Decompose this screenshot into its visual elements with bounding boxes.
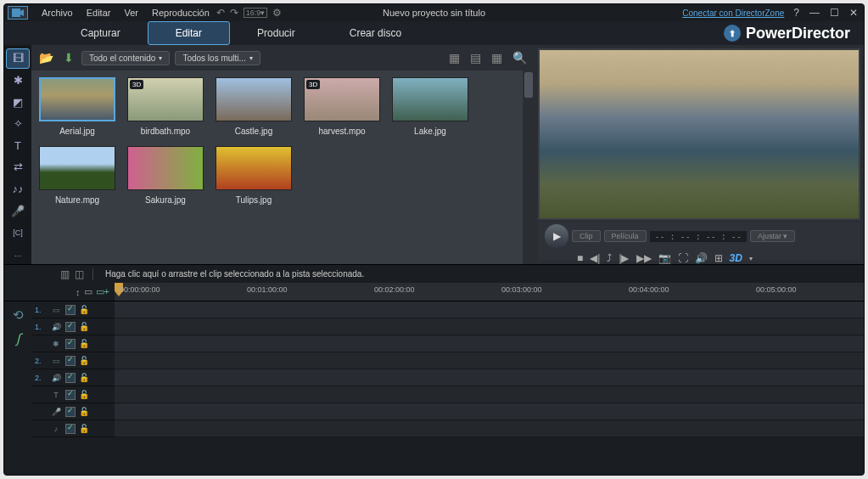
track-lane-1[interactable]: [115, 318, 864, 335]
aspect-icon[interactable]: 16:9▾: [244, 8, 268, 18]
maximize-icon[interactable]: ☐: [827, 7, 842, 19]
thumbnail-0[interactable]: Aerial.jpg: [38, 77, 116, 136]
menu-ver[interactable]: Ver: [117, 8, 145, 18]
fit-dropdown[interactable]: Ajustar ▾: [750, 230, 796, 242]
track-lane-5[interactable]: [115, 386, 864, 403]
redo-icon[interactable]: ↷: [230, 7, 238, 19]
particle-room-icon[interactable]: ✧: [6, 114, 30, 134]
media-filter-dropdown[interactable]: Todos los multi...: [175, 51, 260, 65]
library-search-icon[interactable]: 🔍: [510, 51, 529, 65]
track-header-7[interactable]: ♪🔓: [31, 420, 115, 437]
library-scrollbar[interactable]: [523, 70, 535, 264]
library-view1-icon[interactable]: ▦: [446, 51, 462, 65]
thumbnail-5[interactable]: Nature.mpg: [38, 146, 116, 205]
chapter-room-icon[interactable]: [C]: [6, 223, 30, 243]
track-enable-checkbox[interactable]: [65, 424, 76, 434]
play-button[interactable]: ▶: [545, 224, 568, 248]
track-enable-checkbox[interactable]: [65, 356, 76, 366]
track-enable-checkbox[interactable]: [65, 373, 76, 383]
timeline-ruler[interactable]: ↕ ▭ ▭+ 00:00:00:0000:01:00:0000:02:00:00…: [4, 283, 864, 301]
thumbnail-1[interactable]: 3Dbirdbath.mpo: [126, 77, 204, 136]
add-track-icon[interactable]: ▭+: [96, 286, 109, 297]
tool2-icon[interactable]: ◫: [75, 268, 84, 280]
prev-frame-icon[interactable]: ◀|: [590, 252, 600, 264]
import-folder-icon[interactable]: 📂: [36, 51, 56, 65]
tab-capturar[interactable]: Capturar: [53, 21, 148, 45]
snapshot-icon[interactable]: 📷: [658, 252, 671, 264]
fast-fwd-icon[interactable]: ▶▶: [636, 252, 652, 264]
menu-editar[interactable]: Editar: [80, 8, 118, 18]
track-lock-icon[interactable]: 🔓: [79, 322, 89, 331]
track-lane-7[interactable]: [115, 420, 864, 437]
3d-icon[interactable]: 3D: [730, 252, 742, 264]
track-lock-icon[interactable]: 🔓: [79, 424, 89, 433]
tab-crear-disco[interactable]: Crear disco: [322, 21, 428, 45]
download-icon[interactable]: ⬇: [61, 51, 76, 65]
thumbnail-4[interactable]: Lake.jpg: [391, 77, 469, 136]
menu-reproduccion[interactable]: Reproducción: [145, 8, 216, 18]
stop-icon[interactable]: ■: [577, 252, 583, 264]
title-room-icon[interactable]: T: [6, 136, 30, 156]
track-enable-checkbox[interactable]: [65, 305, 76, 315]
thumbnail-7[interactable]: Tulips.jpg: [215, 146, 293, 205]
track-lock-icon[interactable]: 🔓: [79, 339, 89, 348]
movie-mode-button[interactable]: Película: [604, 230, 647, 242]
media-room-icon[interactable]: 🎞: [6, 48, 30, 69]
help-icon[interactable]: ?: [791, 7, 802, 19]
track-header-0[interactable]: 1.▭🔓: [31, 301, 115, 318]
undo-icon[interactable]: ↶: [216, 7, 225, 19]
timeline-tool2-icon[interactable]: ʃ: [8, 329, 28, 349]
minimize-icon[interactable]: —: [807, 7, 822, 19]
close-icon[interactable]: ✕: [847, 7, 860, 19]
pip-room-icon[interactable]: ◩: [6, 92, 30, 112]
gear-icon[interactable]: ⚙: [272, 7, 282, 19]
track-enable-checkbox[interactable]: [65, 322, 76, 332]
preview-screen[interactable]: [538, 48, 860, 220]
track-lanes[interactable]: [115, 301, 864, 475]
tab-editar[interactable]: Editar: [148, 21, 230, 45]
track-enable-checkbox[interactable]: [65, 339, 76, 349]
fx-room-icon[interactable]: ✱: [6, 70, 30, 91]
audio-room-icon[interactable]: ♪♪: [6, 179, 30, 200]
track-header-6[interactable]: 🎤🔓: [31, 403, 115, 420]
content-filter-dropdown[interactable]: Todo el contenido: [81, 51, 170, 65]
tab-producir[interactable]: Producir: [230, 21, 322, 45]
3d-dropdown-icon[interactable]: ▾: [749, 255, 753, 262]
thumbnail-6[interactable]: Sakura.jpg: [126, 146, 204, 205]
track-lane-2[interactable]: [115, 335, 864, 352]
track-header-3[interactable]: 2.▭🔓: [31, 352, 115, 369]
track-header-4[interactable]: 2.🔊🔓: [31, 369, 115, 386]
menu-archivo[interactable]: Archivo: [35, 8, 80, 18]
thumbnail-3[interactable]: 3Dharvest.mpo: [303, 77, 381, 136]
clip-mode-button[interactable]: Clip: [572, 230, 601, 242]
track-view-icon[interactable]: ▭: [84, 286, 92, 297]
step-fwd-icon[interactable]: |▶: [619, 252, 629, 264]
thumbnail-2[interactable]: Castle.jpg: [215, 77, 293, 136]
track-enable-checkbox[interactable]: [65, 390, 76, 400]
track-manager-icon[interactable]: ↕: [76, 287, 81, 297]
step-back-icon[interactable]: ⤴: [607, 252, 612, 264]
track-lock-icon[interactable]: 🔓: [79, 305, 89, 314]
settings-preview-icon[interactable]: ⊞: [714, 252, 723, 264]
track-enable-checkbox[interactable]: [65, 407, 76, 417]
timeline-tool1-icon[interactable]: ⟲: [8, 305, 28, 325]
track-lane-0[interactable]: [115, 301, 864, 318]
directorzone-link[interactable]: Conectar con DirectorZone: [682, 8, 784, 18]
track-header-2[interactable]: ✱🔓: [31, 335, 115, 352]
split-icon[interactable]: ▥: [60, 268, 70, 280]
track-lane-6[interactable]: [115, 403, 864, 420]
track-lock-icon[interactable]: 🔓: [79, 373, 89, 382]
fullscreen-icon[interactable]: ⛶: [678, 252, 688, 264]
track-lock-icon[interactable]: 🔓: [79, 390, 89, 399]
track-lock-icon[interactable]: 🔓: [79, 407, 89, 416]
track-header-5[interactable]: T🔓: [31, 386, 115, 403]
library-view3-icon[interactable]: ▦: [489, 51, 505, 65]
volume-icon[interactable]: 🔊: [695, 252, 708, 264]
track-lane-4[interactable]: [115, 369, 864, 386]
track-lock-icon[interactable]: 🔓: [79, 356, 89, 365]
library-view2-icon[interactable]: ▤: [468, 51, 484, 65]
track-lane-3[interactable]: [115, 352, 864, 369]
track-header-1[interactable]: 1.🔊🔓: [31, 318, 115, 335]
voice-room-icon[interactable]: 🎤: [6, 200, 30, 221]
subtitle-room-icon[interactable]: …: [6, 244, 30, 264]
